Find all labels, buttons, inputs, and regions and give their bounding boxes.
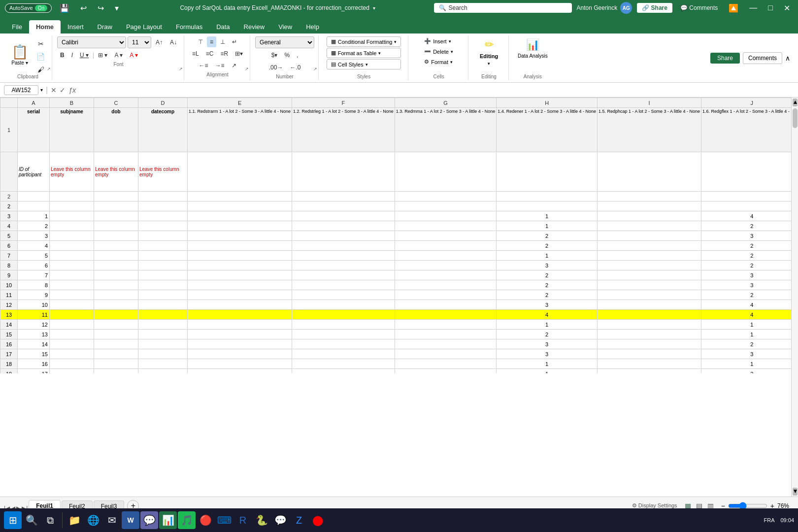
data-cell[interactable] (597, 300, 701, 310)
cell-empty[interactable] (50, 369, 94, 374)
data-cell[interactable] (395, 369, 497, 374)
cell-serial[interactable]: 11 (18, 310, 50, 320)
formula-cross-icon[interactable]: ✕ (51, 86, 57, 94)
cell-serial[interactable]: 7 (18, 270, 50, 280)
cell-empty[interactable] (138, 330, 188, 339)
col-header-b[interactable]: B (50, 98, 94, 108)
data-cell[interactable] (188, 251, 292, 261)
cell-label-d[interactable]: Leave this column empty (138, 152, 188, 192)
tab-view[interactable]: View (271, 20, 299, 33)
tab-insert[interactable]: Insert (61, 20, 91, 33)
data-cell[interactable] (292, 201, 395, 211)
bold-button[interactable]: B (57, 50, 67, 61)
data-cell[interactable] (188, 369, 292, 374)
cell-1-h[interactable]: 1.4. Redener 1 - A lot 2 - Some 3 - A li… (497, 108, 598, 152)
cell-1-c[interactable]: dob (94, 108, 138, 152)
cell-serial[interactable]: 16 (18, 359, 50, 369)
cell-serial[interactable]: 3 (18, 231, 50, 241)
data-cell[interactable] (188, 241, 292, 251)
comments-ribbon-button[interactable]: Comments (743, 52, 782, 64)
data-cell[interactable]: 2 (701, 369, 791, 374)
data-cell[interactable] (395, 320, 497, 330)
cell-empty[interactable] (94, 369, 138, 374)
cell-reference-input[interactable] (4, 85, 38, 95)
cell-empty[interactable] (138, 310, 188, 320)
row-header[interactable]: 2 (0, 192, 18, 201)
data-cell[interactable] (395, 280, 497, 290)
cell-empty[interactable] (50, 330, 94, 339)
cell-label-f[interactable] (292, 152, 395, 192)
data-cell[interactable]: 4 (701, 211, 791, 221)
taskbar-vscode-button[interactable]: ⌨ (215, 511, 233, 529)
cell-empty[interactable] (50, 221, 94, 231)
orientation-button[interactable]: ↗ (229, 60, 239, 71)
cell-empty[interactable] (138, 231, 188, 241)
cell-serial[interactable]: 9 (18, 290, 50, 300)
data-cell[interactable] (395, 261, 497, 270)
cell-label-h[interactable] (497, 152, 598, 192)
cell-styles-button[interactable]: ▤ Cell Styles ▾ (327, 59, 401, 69)
cell-empty[interactable] (138, 211, 188, 221)
indent-increase-button[interactable]: →≡ (212, 60, 228, 71)
data-cell[interactable]: 2 (701, 339, 791, 349)
cell-label-e[interactable] (188, 152, 292, 192)
data-cell[interactable] (292, 300, 395, 310)
data-cell[interactable] (188, 290, 292, 300)
cell-1-j[interactable]: 1.6. Redgflex 1 - A lot 2 - Some 3 - A l… (701, 108, 791, 152)
cell-empty[interactable] (50, 280, 94, 290)
cell-empty[interactable] (138, 290, 188, 300)
clipboard-expand[interactable]: ↗ (47, 66, 51, 71)
row-header-1[interactable]: 1 (0, 108, 18, 152)
taskbar-excel-button[interactable]: 📊 (159, 511, 177, 529)
data-cell[interactable] (292, 359, 395, 369)
cell-empty[interactable] (50, 270, 94, 280)
cell-serial[interactable]: 13 (18, 330, 50, 339)
cell-empty[interactable] (138, 339, 188, 349)
cell-empty[interactable] (50, 300, 94, 310)
cell-empty[interactable] (94, 359, 138, 369)
data-cell[interactable] (597, 261, 701, 270)
data-cell[interactable]: 2 (497, 241, 598, 251)
cell-empty[interactable] (94, 339, 138, 349)
data-cell[interactable]: 3 (701, 231, 791, 241)
row-header[interactable]: 17 (0, 349, 18, 359)
data-cell[interactable]: 2 (701, 261, 791, 270)
undo-button[interactable]: ↩ (77, 2, 90, 14)
scroll-down-arrow[interactable]: ▼ (793, 488, 798, 496)
taskbar-red-button[interactable]: ⬤ (309, 511, 327, 529)
redo-button[interactable]: ↪ (95, 2, 107, 14)
taskbar-word-button[interactable]: W (122, 511, 139, 529)
data-cell[interactable] (188, 221, 292, 231)
cell-empty[interactable] (94, 211, 138, 221)
data-cell[interactable] (597, 359, 701, 369)
data-cell[interactable] (188, 330, 292, 339)
tab-file[interactable]: File (5, 20, 29, 33)
corner-header[interactable] (0, 98, 18, 108)
cell-empty[interactable] (138, 261, 188, 270)
cell-label-c[interactable]: Leave this column empty (94, 152, 138, 192)
tab-formulas[interactable]: Formulas (169, 20, 209, 33)
align-bottom-button[interactable]: ⊥ (217, 36, 228, 47)
cell-1-e[interactable]: 1.1. Redstrarm 1 - A lot 2 - Some 3 - A … (188, 108, 292, 152)
data-cell[interactable] (188, 349, 292, 359)
taskbar-taskview-button[interactable]: ⧉ (41, 511, 59, 529)
number-format-select[interactable]: General (255, 36, 314, 48)
tab-draw[interactable]: Draw (91, 20, 119, 33)
taskbar-python-button[interactable]: 🐍 (253, 511, 270, 529)
row-header[interactable]: 13 (0, 310, 18, 320)
data-cell[interactable]: 1 (701, 359, 791, 369)
data-cell[interactable] (597, 201, 701, 211)
data-cell[interactable]: 3 (701, 280, 791, 290)
data-cell[interactable]: 2 (701, 241, 791, 251)
tab-home[interactable]: Home (29, 20, 61, 33)
row-header[interactable]: 5 (0, 231, 18, 241)
font-expand[interactable]: ↗ (179, 66, 183, 71)
cell-empty[interactable] (138, 270, 188, 280)
fill-color-button[interactable]: A ▾ (111, 50, 126, 61)
cell-1-a[interactable]: serial (18, 108, 50, 152)
data-cell[interactable] (395, 290, 497, 300)
data-cell[interactable]: 4 (701, 310, 791, 320)
italic-button[interactable]: I (68, 50, 76, 61)
align-center-button[interactable]: ≡C (203, 48, 217, 59)
cell-1-f[interactable]: 1.2. Redstrleg 1 - A lot 2 - Some 3 - A … (292, 108, 395, 152)
